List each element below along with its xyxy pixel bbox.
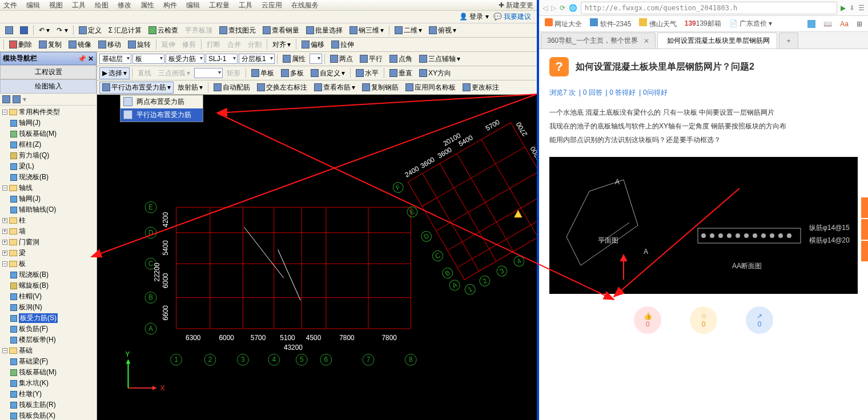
new-tab-button[interactable]: ＋: [779, 33, 798, 49]
single-slab-button[interactable]: 单板: [248, 67, 277, 79]
login-link[interactable]: 👤 登录 ▾: [459, 12, 489, 22]
point-angle-button[interactable]: 点角: [387, 53, 415, 65]
menu-item[interactable]: 在线服务: [291, 1, 319, 10]
line-button[interactable]: 直线: [135, 67, 154, 79]
delete-button[interactable]: 删除: [6, 39, 35, 51]
menu-item[interactable]: 工具: [72, 1, 86, 10]
sidebar-pin-icon[interactable]: 📌 ✕: [78, 55, 94, 63]
code-combo[interactable]: SLJ-1: [206, 54, 238, 64]
swap-label-button[interactable]: 交换左右标注: [254, 82, 310, 94]
align-button[interactable]: 对齐 ▾: [270, 39, 294, 51]
fav-item[interactable]: 软件-2345: [590, 18, 631, 29]
define-button[interactable]: 定义: [76, 25, 105, 37]
ext-icon[interactable]: 📖: [823, 20, 832, 28]
rebar-combo[interactable]: 板受力筋: [166, 54, 204, 64]
extend-button[interactable]: 延伸: [159, 39, 178, 51]
join-button[interactable]: 合并: [224, 39, 244, 51]
top-view-button[interactable]: 俯视 ▾: [426, 25, 459, 37]
trim-button[interactable]: 修剪: [179, 39, 199, 51]
break-button[interactable]: 打断: [204, 39, 223, 51]
offset-button[interactable]: 偏移: [299, 39, 327, 51]
two-point-button[interactable]: 两点: [327, 53, 356, 65]
split-button[interactable]: 分割: [245, 39, 264, 51]
copy-rebar-button[interactable]: 复制钢筋: [359, 82, 401, 94]
cloud-check-button[interactable]: 云检查: [146, 25, 181, 37]
props-button[interactable]: 属性: [280, 53, 308, 65]
component-tree[interactable]: −常用构件类型 轴网(J) 筏板基础(M) 框柱(Z) 剪力墙(Q) 梁(L) …: [0, 106, 97, 420]
menu-item[interactable]: 工具: [239, 1, 252, 10]
ext-icon[interactable]: ⊞: [857, 20, 862, 28]
dropdown-option-selected[interactable]: 平行边布置受力筋: [120, 108, 203, 122]
auto-rebar-button[interactable]: 自动配筋: [211, 82, 253, 94]
tool-icon[interactable]: [13, 95, 21, 103]
arc-button[interactable]: 三点画弧 ▾: [155, 67, 193, 79]
bookmark-button[interactable]: ⬇: [849, 4, 855, 12]
view-rebar-button[interactable]: 查看钢量: [260, 25, 302, 37]
menu-item[interactable]: 工程量: [209, 1, 230, 10]
open-button[interactable]: [2, 25, 16, 35]
menu-item[interactable]: 构件: [163, 1, 177, 10]
tool-icon[interactable]: [2, 95, 10, 103]
menu-item[interactable]: 绘图: [95, 1, 108, 10]
drawing-canvas[interactable]: 基础层 板 板受力筋 SLJ-1 分层板1 属性 两点 平行 点角 三点辅轴 ▾: [97, 52, 537, 420]
ray-rebar-button[interactable]: 放射筋 ▾: [175, 82, 206, 94]
new-change[interactable]: ✚ 新建变更: [499, 1, 533, 10]
multi-slab-button[interactable]: 多板: [278, 67, 307, 79]
blank-combo[interactable]: [310, 54, 322, 64]
edit-label-button[interactable]: 更改标注: [460, 82, 502, 94]
menu-item[interactable]: 属性: [140, 1, 154, 10]
tab-draw-input[interactable]: 绘图输入: [0, 79, 97, 94]
horizontal-button[interactable]: 水平: [353, 67, 381, 79]
close-icon[interactable]: ✕: [644, 37, 649, 45]
fav-item[interactable]: 📄 广东造价 ▾: [729, 19, 773, 29]
browser-tab-active[interactable]: 如何设置混凝土板块里单层钢筋网✕: [657, 33, 777, 49]
xy-button[interactable]: XY方向: [416, 67, 454, 79]
ext-icon[interactable]: Aa: [840, 20, 849, 28]
redo-button[interactable]: ↷ ▾: [54, 25, 70, 35]
custom-button[interactable]: 自定义 ▾: [308, 67, 348, 79]
parallel-button[interactable]: 平行: [357, 53, 385, 65]
view-2d-button[interactable]: 二维 ▾: [392, 25, 425, 37]
tab-project-settings[interactable]: 工程设置: [0, 65, 97, 79]
url-input[interactable]: http://e.fwxgx.com/question_2041803.h: [581, 2, 837, 14]
sublayer-combo[interactable]: 分层板1: [239, 54, 275, 64]
fav-item[interactable]: 网址大全: [545, 18, 582, 29]
rebar-3d-button[interactable]: 钢三维 ▾: [347, 25, 387, 37]
ext-icon[interactable]: [807, 20, 815, 28]
view-rebar-layout-button[interactable]: 查看布筋 ▾: [311, 82, 358, 94]
stretch-button[interactable]: 拉伸: [328, 39, 357, 51]
copy-button[interactable]: 复制: [36, 39, 65, 51]
slab-combo[interactable]: 板: [132, 54, 164, 64]
forward-button[interactable]: ▷: [551, 4, 556, 12]
menu-item[interactable]: 编辑: [26, 1, 40, 10]
apply-same-name-button[interactable]: 应用同名称板: [403, 82, 459, 94]
menu-item[interactable]: 文件: [3, 1, 17, 10]
dropdown-option[interactable]: 两点布置受力筋: [120, 95, 203, 108]
layer-combo[interactable]: 基础层: [99, 54, 131, 64]
back-button[interactable]: ◁: [542, 4, 548, 12]
vote-like[interactable]: 👍0: [634, 306, 661, 334]
sum-button[interactable]: Σ 汇总计算: [106, 25, 145, 37]
batch-select-button[interactable]: 批量选择: [303, 25, 345, 37]
level-button[interactable]: 平齐板顶: [182, 25, 215, 37]
menu-item[interactable]: 视图: [49, 1, 63, 10]
undo-button[interactable]: ↶ ▾: [36, 25, 53, 35]
menu-item[interactable]: 编辑: [186, 1, 200, 10]
mirror-button[interactable]: 镜像: [66, 39, 94, 51]
parallel-edge-dropdown[interactable]: 两点布置受力筋 平行边布置受力筋: [120, 95, 203, 122]
save-button[interactable]: [17, 25, 31, 35]
move-button[interactable]: 移动: [95, 39, 124, 51]
floating-side-buttons[interactable]: [861, 197, 868, 262]
vote-fav[interactable]: ☆0: [690, 306, 717, 334]
select-button[interactable]: ▶ 选择 ▾: [99, 67, 130, 79]
fav-item[interactable]: 139139邮箱: [685, 19, 721, 29]
rect-button[interactable]: 矩形: [224, 67, 243, 79]
tree-item-selected[interactable]: 板受力筋(S): [9, 313, 97, 324]
close-icon[interactable]: ✕: [775, 37, 777, 45]
menu-item[interactable]: 云应用: [262, 1, 282, 10]
browser-tab[interactable]: 360导航_一个主页，整个世界✕: [541, 33, 656, 49]
blank-combo2[interactable]: [194, 68, 223, 78]
fav-item[interactable]: 佛山天气: [639, 18, 676, 29]
menu-item[interactable]: 修改: [118, 1, 131, 10]
find-element-button[interactable]: 查找图元: [216, 25, 259, 37]
